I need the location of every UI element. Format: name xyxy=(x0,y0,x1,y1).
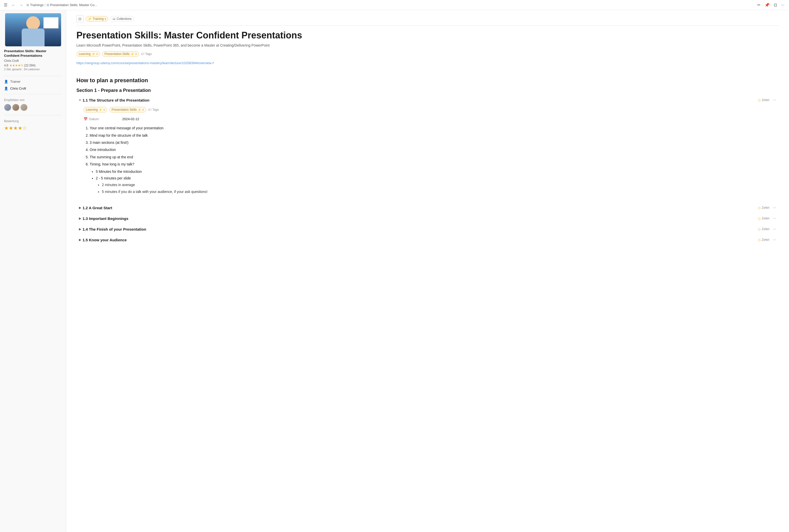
subsection-1-2-header[interactable]: ▶ 1.2 A Great Start ◇ Zettel ··· xyxy=(76,203,779,212)
add-tag-button[interactable]: 🏷 Tags xyxy=(141,52,151,56)
main-layout: Presentation Skills: Master Confident Pr… xyxy=(0,10,789,532)
datum-label-text: Datum xyxy=(89,117,99,121)
sidebar-trainer-value: 👤 Chris Croft xyxy=(0,85,66,92)
trainer-icon: 👤 xyxy=(4,80,8,83)
sub-learning-remove[interactable]: × xyxy=(104,108,105,111)
presentation-tag-remove[interactable]: × xyxy=(135,53,137,56)
course-image xyxy=(5,13,61,46)
more-button-1-1[interactable]: ··· xyxy=(771,97,778,103)
sub-presentation-remove[interactable]: × xyxy=(142,108,144,111)
datum-value[interactable]: 2024-02-12 xyxy=(122,117,139,121)
sidebar: Presentation Skills: Master Confident Pr… xyxy=(0,10,66,532)
back-button[interactable]: ← xyxy=(10,2,17,8)
subsection-tag-presentation[interactable]: Presentation Skills ⚡ × xyxy=(109,107,146,113)
learning-tag-icon: ⚡ xyxy=(92,53,95,56)
sidebar-meta: 2 Std. gesamt · 34 Lektionen xyxy=(0,68,66,74)
zettel-icon-1-3: ◇ xyxy=(758,216,761,221)
breadcrumb-item-current[interactable]: Presentation Skills: Master Co... xyxy=(50,3,97,7)
presentation-tag-icon: ⚡ xyxy=(131,53,134,56)
main-list: Your one central message of your present… xyxy=(84,125,779,198)
layout-toggle-button[interactable]: ⊡ xyxy=(76,15,84,22)
sidebar-divider-3 xyxy=(4,115,62,115)
forward-button[interactable]: → xyxy=(18,2,24,8)
more-button-1-4[interactable]: ··· xyxy=(771,226,778,232)
zettel-button-1-3[interactable]: ◇ Zettel xyxy=(758,216,769,221)
subsection-1-4-header[interactable]: ▶ 1.4 The Finish of your Presentation ◇ … xyxy=(76,224,779,234)
tools-button[interactable]: ✂ xyxy=(756,2,762,8)
training-icon: ⚡ xyxy=(88,17,92,21)
breadcrumb-label-current: Presentation Skills: Master Co... xyxy=(50,3,97,7)
avatar-2 xyxy=(12,104,19,111)
tag-presentation[interactable]: Presentation Skills ⚡ × xyxy=(102,51,139,57)
subsection-1-1-title: 1.1 The Structure of the Presentation xyxy=(82,98,758,102)
collections-tab[interactable]: 🗂 Collections xyxy=(110,16,134,22)
section-h2: How to plan a presentation xyxy=(76,77,779,84)
subsection-add-tag[interactable]: 🏷 Tags xyxy=(148,108,159,112)
external-link[interactable]: https://sergroup.udemy.com/course/presen… xyxy=(76,61,212,65)
pin-button[interactable]: 📌 xyxy=(763,2,771,8)
subsection-1-5-header[interactable]: ▶ 1.5 Know your Audience ◇ Zettel ··· xyxy=(76,235,779,245)
sub-sub-item-2: 5 minutes if you do a talk with your aud… xyxy=(102,188,779,195)
more-button-1-3[interactable]: ··· xyxy=(771,215,778,221)
expand-icon-1-5: ▶ xyxy=(77,237,82,242)
breadcrumb: ⊞ Trainings / ⊞ Presentation Skills: Mas… xyxy=(26,3,754,7)
presentation-tag-label: Presentation Skills xyxy=(105,52,130,56)
zettel-button-1-5[interactable]: ◇ Zettel xyxy=(758,238,769,242)
subsection-tags-row: Learning ⚡ × Presentation Skills ⚡ × 🏷 T… xyxy=(84,107,779,113)
training-chevron: ▾ xyxy=(105,18,106,20)
zettel-label-1-2: Zettel xyxy=(762,206,769,209)
breadcrumb-page-icon-2: ⊞ xyxy=(47,3,49,7)
breadcrumb-separator: / xyxy=(44,3,45,7)
course-thumbnail xyxy=(5,13,61,46)
learning-tag-label: Learning xyxy=(79,52,91,56)
learning-tag-remove[interactable]: × xyxy=(96,53,98,56)
zettel-icon-1-2: ◇ xyxy=(758,206,761,210)
tags-bar: Learning ⚡ × Presentation Skills ⚡ × 🏷 T… xyxy=(76,51,779,57)
zettel-label-1-3: Zettel xyxy=(762,216,769,220)
subsection-1-5: ▶ 1.5 Know your Audience ◇ Zettel ··· xyxy=(76,235,779,245)
zettel-button-1-4[interactable]: ◇ Zettel xyxy=(758,227,769,231)
subsection-1-3-header[interactable]: ▶ 1.3 Important Beginnings ◇ Zettel ··· xyxy=(76,213,779,223)
content-area: ⊡ ⚡ Training ▾ 🗂 Collections Presentatio… xyxy=(66,10,789,532)
more-button-1-5[interactable]: ··· xyxy=(771,237,778,243)
sub-sub-item-1: 2 minutes in average xyxy=(102,182,779,188)
subsection-1-3-title: 1.3 Important Beginnings xyxy=(82,216,758,221)
expand-icon-1-3: ▶ xyxy=(77,216,82,221)
subsection-1-1-header[interactable]: ▾ 1.1 The Structure of the Presentation … xyxy=(76,95,779,105)
sub-presentation-icon: ⚡ xyxy=(138,108,141,112)
trainer-name[interactable]: Chris Croft xyxy=(10,87,26,90)
rating-stars-display: ★★★★☆ xyxy=(4,125,62,131)
sub-list-item-1: 5 Minutes for the introduction xyxy=(96,168,779,175)
layout-button[interactable]: ⊡ xyxy=(772,2,778,8)
sidebar-trainer-property: 👤 Trainer xyxy=(0,78,66,85)
subsection-1-1-actions: ◇ Zettel ··· xyxy=(758,97,778,103)
person-head xyxy=(26,16,40,30)
list-item-5: The summing up at the end xyxy=(90,153,779,160)
subsection-1-4-actions: ◇ Zettel ··· xyxy=(758,226,778,232)
list-item-4: One introduction xyxy=(90,146,779,153)
subsection-1-1: ▾ 1.1 The Structure of the Presentation … xyxy=(76,95,779,202)
trainer-value-icon: 👤 xyxy=(4,87,8,90)
sub-tag-add-icon: 🏷 xyxy=(148,108,151,112)
collections-label: Collections xyxy=(117,17,132,21)
tag-learning[interactable]: Learning ⚡ × xyxy=(76,51,100,57)
training-label: Training xyxy=(93,17,104,21)
zettel-button-1-1[interactable]: ◇ Zettel xyxy=(758,98,769,102)
training-tag[interactable]: ⚡ Training ▾ xyxy=(86,16,108,22)
expand-icon-1-2: ▶ xyxy=(77,205,82,210)
tag-add-label: Tags xyxy=(145,52,151,56)
breadcrumb-item-trainings[interactable]: Trainings xyxy=(30,3,43,7)
subsection-1-2-title: 1.2 A Great Start xyxy=(82,206,758,210)
menu-icon[interactable]: ☰ xyxy=(3,3,8,8)
more-button-1-2[interactable]: ··· xyxy=(771,205,778,210)
breadcrumb-label-trainings: Trainings xyxy=(30,3,43,7)
expand-icon-1-4: ▶ xyxy=(77,227,82,232)
rating-count: (22.094) xyxy=(24,64,36,67)
zettel-button-1-2[interactable]: ◇ Zettel xyxy=(758,206,769,210)
datum-property: 📅 Datum 2024-02-12 xyxy=(84,116,779,122)
sub-list-6: 5 Minutes for the introduction 2 - 5 min… xyxy=(90,168,779,196)
subsection-tag-learning[interactable]: Learning ⚡ × xyxy=(84,107,107,113)
more-options-button[interactable]: ··· xyxy=(779,2,786,8)
sidebar-divider-2 xyxy=(4,94,62,94)
sub-learning-label: Learning xyxy=(86,108,98,112)
